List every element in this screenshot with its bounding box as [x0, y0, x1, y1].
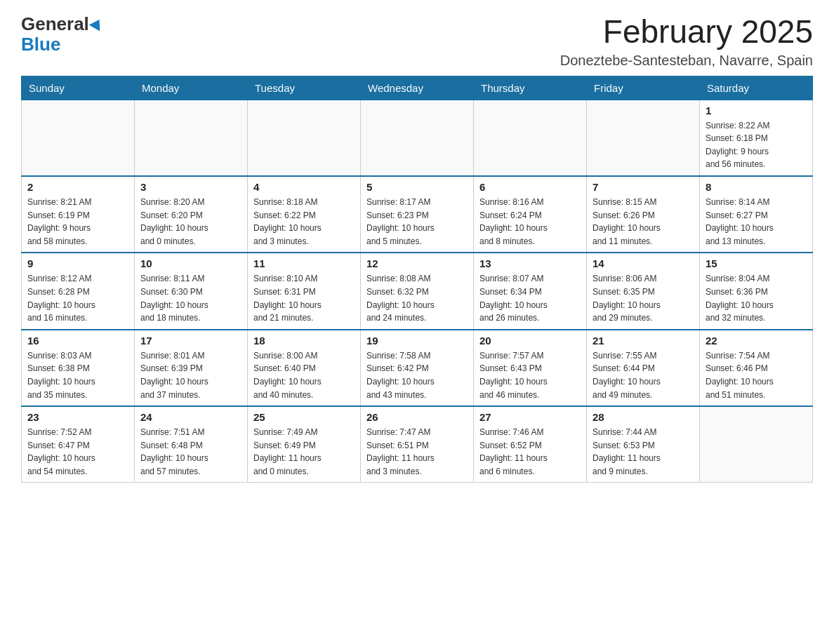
- day-info: Sunrise: 8:03 AMSunset: 6:38 PMDaylight:…: [27, 349, 128, 401]
- logo-general-text: General: [21, 14, 89, 34]
- day-number: 11: [253, 257, 355, 269]
- day-info: Sunrise: 7:46 AMSunset: 6:52 PMDaylight:…: [479, 426, 581, 478]
- day-number: 24: [140, 411, 241, 423]
- day-info: Sunrise: 8:18 AMSunset: 6:22 PMDaylight:…: [253, 196, 355, 248]
- day-info: Sunrise: 8:10 AMSunset: 6:31 PMDaylight:…: [253, 272, 355, 324]
- day-number: 4: [253, 181, 355, 193]
- calendar-cell: 10Sunrise: 8:11 AMSunset: 6:30 PMDayligh…: [135, 253, 248, 329]
- day-number: 14: [593, 257, 694, 269]
- calendar-cell: 9Sunrise: 8:12 AMSunset: 6:28 PMDaylight…: [22, 253, 135, 329]
- calendar-cell: 13Sunrise: 8:07 AMSunset: 6:34 PMDayligh…: [474, 253, 587, 329]
- day-number: 15: [706, 257, 807, 269]
- calendar-cell: 17Sunrise: 8:01 AMSunset: 6:39 PMDayligh…: [135, 330, 248, 406]
- calendar-cell: 6Sunrise: 8:16 AMSunset: 6:24 PMDaylight…: [474, 176, 587, 253]
- day-info: Sunrise: 8:21 AMSunset: 6:19 PMDaylight:…: [27, 196, 128, 248]
- day-info: Sunrise: 8:04 AMSunset: 6:36 PMDaylight:…: [706, 272, 807, 324]
- calendar-cell: [474, 100, 587, 176]
- day-number: 16: [27, 335, 128, 347]
- day-number: 5: [366, 181, 468, 193]
- day-info: Sunrise: 8:01 AMSunset: 6:39 PMDaylight:…: [140, 349, 241, 401]
- day-number: 9: [27, 257, 128, 269]
- title-block: February 2025 Doneztebe-Santesteban, Nav…: [560, 14, 813, 69]
- calendar-cell: [22, 100, 135, 176]
- page-header: General Blue February 2025 Doneztebe-San…: [21, 14, 813, 69]
- calendar-cell: 2Sunrise: 8:21 AMSunset: 6:19 PMDaylight…: [22, 176, 135, 253]
- day-info: Sunrise: 7:54 AMSunset: 6:46 PMDaylight:…: [706, 349, 807, 401]
- day-number: 17: [140, 335, 241, 347]
- calendar-cell: 25Sunrise: 7:49 AMSunset: 6:49 PMDayligh…: [248, 406, 361, 483]
- calendar-cell: 18Sunrise: 8:00 AMSunset: 6:40 PMDayligh…: [248, 330, 361, 406]
- day-number: 7: [593, 181, 694, 193]
- calendar-cell: 1Sunrise: 8:22 AMSunset: 6:18 PMDaylight…: [700, 100, 813, 176]
- day-header-sunday: Sunday: [22, 76, 135, 100]
- day-info: Sunrise: 8:08 AMSunset: 6:32 PMDaylight:…: [366, 272, 468, 324]
- calendar-cell: [248, 100, 361, 176]
- calendar-cell: 26Sunrise: 7:47 AMSunset: 6:51 PMDayligh…: [361, 406, 474, 483]
- day-number: 1: [706, 105, 807, 116]
- day-info: Sunrise: 7:52 AMSunset: 6:47 PMDaylight:…: [27, 426, 128, 478]
- calendar-cell: 28Sunrise: 7:44 AMSunset: 6:53 PMDayligh…: [587, 406, 700, 483]
- calendar-cell: [700, 406, 813, 483]
- day-number: 22: [706, 335, 807, 347]
- calendar-cell: [135, 100, 248, 176]
- day-header-saturday: Saturday: [700, 76, 813, 100]
- day-info: Sunrise: 8:20 AMSunset: 6:20 PMDaylight:…: [140, 196, 241, 248]
- day-info: Sunrise: 8:16 AMSunset: 6:24 PMDaylight:…: [479, 196, 581, 248]
- calendar-cell: [587, 100, 700, 176]
- day-number: 25: [253, 411, 355, 423]
- calendar-week-row: 9Sunrise: 8:12 AMSunset: 6:28 PMDaylight…: [22, 253, 813, 329]
- day-info: Sunrise: 7:44 AMSunset: 6:53 PMDaylight:…: [593, 426, 694, 478]
- day-header-thursday: Thursday: [474, 76, 587, 100]
- logo-blue-text: Blue: [21, 34, 60, 55]
- day-number: 13: [479, 257, 581, 269]
- calendar-week-row: 2Sunrise: 8:21 AMSunset: 6:19 PMDaylight…: [22, 176, 813, 253]
- day-header-wednesday: Wednesday: [361, 76, 474, 100]
- location-title: Doneztebe-Santesteban, Navarre, Spain: [560, 53, 813, 69]
- day-number: 3: [140, 181, 241, 193]
- calendar-week-row: 1Sunrise: 8:22 AMSunset: 6:18 PMDaylight…: [22, 100, 813, 176]
- day-header-monday: Monday: [135, 76, 248, 100]
- day-number: 21: [593, 335, 694, 347]
- day-info: Sunrise: 8:14 AMSunset: 6:27 PMDaylight:…: [706, 196, 807, 248]
- day-info: Sunrise: 7:58 AMSunset: 6:42 PMDaylight:…: [366, 349, 468, 401]
- calendar-week-row: 16Sunrise: 8:03 AMSunset: 6:38 PMDayligh…: [22, 330, 813, 406]
- day-info: Sunrise: 7:47 AMSunset: 6:51 PMDaylight:…: [366, 426, 468, 478]
- day-number: 18: [253, 335, 355, 347]
- day-info: Sunrise: 8:07 AMSunset: 6:34 PMDaylight:…: [479, 272, 581, 324]
- day-info: Sunrise: 7:55 AMSunset: 6:44 PMDaylight:…: [593, 349, 694, 401]
- day-info: Sunrise: 8:17 AMSunset: 6:23 PMDaylight:…: [366, 196, 468, 248]
- calendar-cell: 8Sunrise: 8:14 AMSunset: 6:27 PMDaylight…: [700, 176, 813, 253]
- day-number: 6: [479, 181, 581, 193]
- calendar-cell: 12Sunrise: 8:08 AMSunset: 6:32 PMDayligh…: [361, 253, 474, 329]
- day-number: 27: [479, 411, 581, 423]
- day-info: Sunrise: 8:11 AMSunset: 6:30 PMDaylight:…: [140, 272, 241, 324]
- calendar-cell: 19Sunrise: 7:58 AMSunset: 6:42 PMDayligh…: [361, 330, 474, 406]
- day-number: 26: [366, 411, 468, 423]
- calendar-cell: 11Sunrise: 8:10 AMSunset: 6:31 PMDayligh…: [248, 253, 361, 329]
- day-number: 8: [706, 181, 807, 193]
- day-info: Sunrise: 8:22 AMSunset: 6:18 PMDaylight:…: [706, 119, 807, 171]
- calendar-table: SundayMondayTuesdayWednesdayThursdayFrid…: [21, 76, 813, 483]
- calendar-cell: 20Sunrise: 7:57 AMSunset: 6:43 PMDayligh…: [474, 330, 587, 406]
- calendar-cell: 16Sunrise: 8:03 AMSunset: 6:38 PMDayligh…: [22, 330, 135, 406]
- calendar-cell: 5Sunrise: 8:17 AMSunset: 6:23 PMDaylight…: [361, 176, 474, 253]
- day-header-tuesday: Tuesday: [248, 76, 361, 100]
- calendar-cell: [361, 100, 474, 176]
- day-number: 19: [366, 335, 468, 347]
- day-number: 28: [593, 411, 694, 423]
- logo: General Blue: [21, 14, 103, 54]
- calendar-cell: 23Sunrise: 7:52 AMSunset: 6:47 PMDayligh…: [22, 406, 135, 483]
- calendar-cell: 7Sunrise: 8:15 AMSunset: 6:26 PMDaylight…: [587, 176, 700, 253]
- calendar-cell: 4Sunrise: 8:18 AMSunset: 6:22 PMDaylight…: [248, 176, 361, 253]
- calendar-cell: 27Sunrise: 7:46 AMSunset: 6:52 PMDayligh…: [474, 406, 587, 483]
- day-number: 23: [27, 411, 128, 423]
- calendar-cell: 24Sunrise: 7:51 AMSunset: 6:48 PMDayligh…: [135, 406, 248, 483]
- logo-triangle-icon: [89, 17, 105, 32]
- calendar-cell: 14Sunrise: 8:06 AMSunset: 6:35 PMDayligh…: [587, 253, 700, 329]
- day-info: Sunrise: 7:57 AMSunset: 6:43 PMDaylight:…: [479, 349, 581, 401]
- day-info: Sunrise: 8:06 AMSunset: 6:35 PMDaylight:…: [593, 272, 694, 324]
- calendar-cell: 3Sunrise: 8:20 AMSunset: 6:20 PMDaylight…: [135, 176, 248, 253]
- calendar-week-row: 23Sunrise: 7:52 AMSunset: 6:47 PMDayligh…: [22, 406, 813, 483]
- calendar-cell: 15Sunrise: 8:04 AMSunset: 6:36 PMDayligh…: [700, 253, 813, 329]
- calendar-cell: 22Sunrise: 7:54 AMSunset: 6:46 PMDayligh…: [700, 330, 813, 406]
